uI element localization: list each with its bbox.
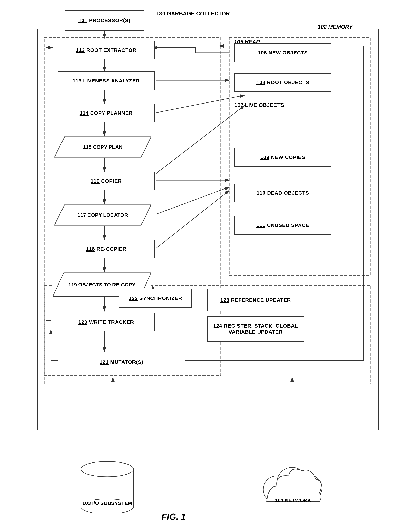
copy-planner-label: 114 COPY PLANNER <box>80 110 133 116</box>
processor-label: 101 PROCESSOR(S) <box>78 17 131 24</box>
unused-space-label: 111 UNUSED SPACE <box>256 222 309 228</box>
write-tracker-label: 120 WRITE TRACKER <box>78 319 134 325</box>
re-copier-box: 118 RE-COPIER <box>58 240 155 258</box>
copy-plan-para: 115 COPY PLAN <box>54 136 151 158</box>
synchronizer-box: 122 SYNCHRONIZER <box>119 289 192 308</box>
processor-box: 101 PROCESSOR(S) <box>65 10 144 31</box>
garbage-collector-label: 130 GARBAGE COLLECTOR <box>156 10 230 17</box>
re-copier-label: 118 RE-COPIER <box>86 246 126 252</box>
io-label: 103 I/O SUBSYSTEM <box>77 500 137 507</box>
new-copies-box: 109 NEW COPIES <box>234 148 331 167</box>
root-extractor-box: 112 ROOT EXTRACTOR <box>58 41 155 59</box>
copy-locator-label: 117 COPY LOCATOR <box>78 212 128 218</box>
network-label: 104 NETWORK <box>255 497 331 503</box>
objects-recopy-label: 119 OBJECTS TO RE-COPY <box>69 282 136 288</box>
network: 104 NETWORK <box>255 456 331 512</box>
mutator-box: 121 MUTATOR(S) <box>58 352 185 372</box>
liveness-analyzer-box: 113 LIVENESS ANALYZER <box>58 71 155 90</box>
write-tracker-box: 120 WRITE TRACKER <box>58 313 155 331</box>
root-objects-label: 108 ROOT OBJECTS <box>256 79 309 85</box>
liveness-analyzer-label: 113 LIVENESS ANALYZER <box>73 78 140 84</box>
io-subsystem: 103 I/O SUBSYSTEM <box>77 459 137 513</box>
diagram: 101 PROCESSOR(S) 130 GARBAGE COLLECTOR 1… <box>0 0 399 532</box>
synchronizer-label: 122 SYNCHRONIZER <box>129 295 182 301</box>
svg-line-21 <box>156 190 229 248</box>
copier-box: 116 COPIER <box>58 172 155 190</box>
register-stack-box: 124 REGISTER, STACK, GLOBAL VARIABLE UPD… <box>207 316 304 342</box>
mutator-label: 121 MUTATOR(S) <box>100 359 143 365</box>
reference-updater-box: 123 REFERENCE UPDATER <box>207 289 304 311</box>
register-stack-label: 124 REGISTER, STACK, GLOBAL VARIABLE UPD… <box>208 323 304 335</box>
new-copies-label: 109 NEW COPIES <box>260 154 305 160</box>
figure-label: FIG. 1 <box>161 512 186 522</box>
copy-planner-box: 114 COPY PLANNER <box>58 104 155 122</box>
root-objects-box: 108 ROOT OBJECTS <box>234 73 331 92</box>
dead-objects-box: 110 DEAD OBJECTS <box>234 184 331 202</box>
root-extractor-label: 112 ROOT EXTRACTOR <box>76 47 137 53</box>
copy-plan-label: 115 COPY PLAN <box>83 144 123 150</box>
new-objects-box: 106 NEW OBJECTS <box>234 43 331 62</box>
copy-locator-para: 117 COPY LOCATOR <box>54 204 151 226</box>
svg-point-31 <box>81 462 133 477</box>
memory-label: 102 MEMORY <box>318 24 353 30</box>
reference-updater-label: 123 REFERENCE UPDATER <box>220 297 291 303</box>
svg-line-20 <box>156 187 229 214</box>
live-objects-label: 107 LIVE OBJECTS <box>234 102 284 108</box>
dead-objects-label: 110 DEAD OBJECTS <box>256 190 309 196</box>
copier-label: 116 COPIER <box>91 178 122 184</box>
svg-line-19 <box>156 105 245 173</box>
unused-space-box: 111 UNUSED SPACE <box>234 216 331 234</box>
new-objects-label: 106 NEW OBJECTS <box>258 50 308 56</box>
svg-line-17 <box>156 95 245 113</box>
